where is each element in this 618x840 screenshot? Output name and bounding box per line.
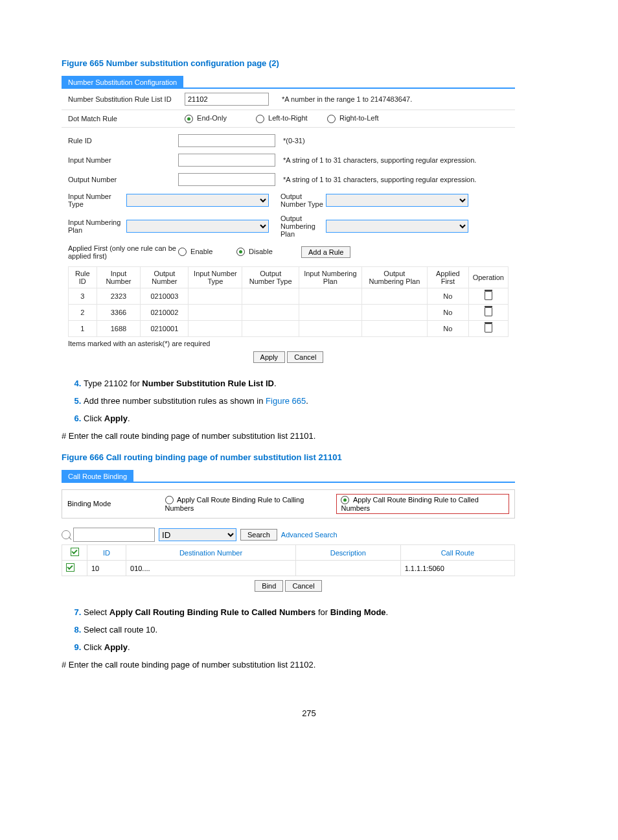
figure-665-link[interactable]: Figure 665: [266, 396, 306, 406]
opt-called-label: Apply Call Route Binding Rule to Called …: [341, 496, 478, 513]
input-number-hint: *A string of 1 to 31 characters, support…: [283, 156, 476, 164]
table-row: 10 010.... 1.1.1.1:5060: [62, 561, 515, 576]
output-number-hint: *A string of 1 to 31 characters, support…: [283, 176, 476, 183]
rules-table: Rule ID Input Number Output Number Input…: [68, 266, 509, 337]
list-id-input[interactable]: [185, 93, 269, 106]
th-output-number: Output Number: [141, 266, 189, 288]
enable-label: Enable: [190, 248, 212, 255]
figure-665-screenshot: Number Substitution Configuration Number…: [62, 76, 515, 363]
search-icon: [62, 530, 71, 539]
out-num-type-select[interactable]: [326, 194, 468, 207]
radio-icon[interactable]: [256, 115, 264, 123]
applied-first-label: Applied First (only one rule can be appl…: [68, 244, 178, 260]
checkbox-icon[interactable]: [71, 548, 79, 556]
asterisk-note: Items marked with an asterisk(*) are req…: [68, 340, 515, 347]
in-plan-label: Input Numbering Plan: [68, 218, 126, 234]
input-number-label: Input Number: [68, 156, 178, 164]
radio-icon[interactable]: [185, 115, 193, 123]
add-rule-button[interactable]: Add a Rule: [301, 246, 350, 258]
para-enter-21102: # Enter the call route binding page of n…: [62, 660, 556, 670]
search-field-select[interactable]: ID: [159, 528, 236, 541]
list-id-label: Number Substitution Rule List ID: [68, 95, 185, 103]
th-desc: Description: [295, 545, 400, 561]
step-5: Add three number substitution rules as s…: [84, 396, 556, 406]
th-operation: Operation: [468, 266, 508, 288]
trash-icon[interactable]: [485, 323, 492, 332]
dot-match-label: Dot Match Rule: [68, 115, 185, 122]
radio-icon[interactable]: [327, 115, 336, 123]
trash-icon[interactable]: [485, 291, 492, 300]
rule-id-input[interactable]: [178, 134, 275, 147]
th-id: ID: [87, 545, 126, 561]
steps-list-b: Select Apply Call Routing Binding Rule t…: [62, 607, 556, 652]
output-number-label: Output Number: [68, 176, 178, 183]
th-dest: Destination Number: [126, 545, 296, 561]
output-number-input[interactable]: [178, 173, 275, 186]
in-num-type-label: Input Number Type: [68, 192, 126, 208]
figure-666-caption: Figure 666 Call routing binding page of …: [62, 452, 556, 462]
radio-icon[interactable]: [341, 496, 349, 504]
out-num-type-label: Output Number Type: [280, 192, 326, 208]
radio-icon[interactable]: [178, 248, 187, 256]
apply-button[interactable]: Apply: [253, 351, 286, 363]
th-input-number: Input Number: [97, 266, 141, 288]
bind-button[interactable]: Bind: [255, 580, 283, 592]
radio-icon[interactable]: [165, 496, 174, 504]
step-7: Select Apply Call Routing Binding Rule t…: [84, 607, 556, 617]
step-6: Click Apply.: [84, 414, 556, 423]
advanced-search-link[interactable]: Advanced Search: [281, 531, 338, 539]
dot-ltr-label: Left-to-Right: [268, 114, 308, 122]
in-plan-select[interactable]: [126, 220, 269, 233]
figure-666-screenshot: Call Route Binding Binding Mode Apply Ca…: [62, 470, 515, 592]
out-plan-select[interactable]: [326, 220, 468, 233]
table-row: 3 2323 0210003 No: [69, 288, 509, 304]
step-9: Click Apply.: [84, 642, 556, 652]
ss666-titlebar: Call Route Binding: [62, 470, 133, 483]
step-4: Type 21102 for Number Substitution Rule …: [84, 379, 556, 388]
checkbox-icon[interactable]: [66, 563, 74, 572]
search-text-input[interactable]: [73, 528, 155, 542]
route-table: ID Destination Number Description Call R…: [62, 544, 515, 576]
figure-665-caption: Figure 665 Number substitution configura…: [62, 58, 556, 68]
search-button[interactable]: Search: [240, 529, 277, 541]
table-row: 1 1688 0210001 No: [69, 320, 509, 336]
rule-id-label: Rule ID: [68, 137, 178, 145]
th-in-num-type: Input Number Type: [189, 266, 242, 288]
th-in-plan: Input Numbering Plan: [299, 266, 362, 288]
input-number-input[interactable]: [178, 154, 275, 167]
cancel-button[interactable]: Cancel: [285, 580, 321, 592]
table-row: 2 3366 0210002 No: [69, 304, 509, 320]
disable-label: Disable: [249, 248, 273, 255]
th-out-num-type: Output Number Type: [242, 266, 299, 288]
radio-icon[interactable]: [236, 248, 245, 256]
opt-calling-label: Apply Call Route Binding Rule to Calling…: [165, 496, 304, 513]
ss665-titlebar: Number Substitution Configuration: [62, 76, 183, 89]
trash-icon[interactable]: [485, 307, 492, 316]
rule-id-hint: *(0-31): [283, 137, 305, 145]
in-num-type-select[interactable]: [126, 194, 269, 207]
dot-end-only-label: End-Only: [197, 114, 227, 122]
binding-mode-label: Binding Mode: [67, 500, 165, 508]
th-rule-id: Rule ID: [69, 266, 97, 288]
dot-rtl-label: Right-to-Left: [339, 114, 379, 122]
step-8: Select call route 10.: [84, 625, 556, 635]
out-plan-label: Output Numbering Plan: [280, 215, 326, 238]
th-out-plan: Output Numbering Plan: [361, 266, 427, 288]
page-number: 275: [62, 708, 556, 718]
th-applied-first: Applied First: [428, 266, 469, 288]
list-id-hint: *A number in the range 1 to 2147483647.: [282, 95, 412, 103]
th-call-route: Call Route: [400, 545, 514, 561]
cancel-button[interactable]: Cancel: [287, 351, 323, 363]
steps-list-a: Type 21102 for Number Substitution Rule …: [62, 379, 556, 423]
para-enter-21101: # Enter the call route binding page of n…: [62, 431, 556, 441]
